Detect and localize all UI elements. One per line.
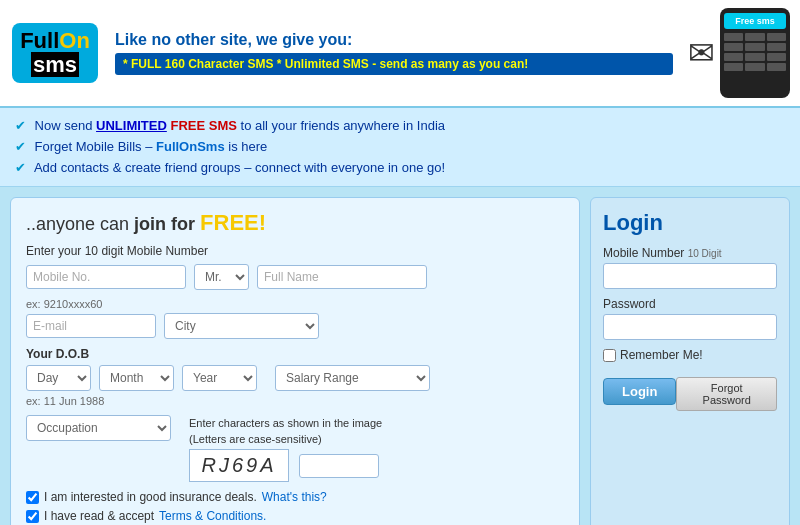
salary-section: Salary Range: [275, 365, 430, 391]
feature-1: ✔ Now send UNLIMITED FREE SMS to all you…: [15, 116, 785, 137]
forgot-password-button[interactable]: Forgot Password: [676, 377, 777, 411]
phone-key: [724, 53, 743, 61]
registration-panel: ..anyone can join for FREE! Enter your 1…: [10, 197, 580, 525]
phone-key: [724, 43, 743, 51]
remember-row: Remember Me!: [603, 348, 777, 362]
terms-checkbox[interactable]: [26, 510, 39, 523]
phone-key: [745, 43, 764, 51]
phone-key: [767, 33, 786, 41]
whats-this-link[interactable]: What's this?: [262, 490, 327, 504]
dob-section: Your D.O.B Day Month Year ex: 11 Jun 198…: [26, 347, 257, 407]
captcha-image: RJ69A: [189, 449, 289, 482]
mobile-input[interactable]: [26, 265, 186, 289]
feature-2: ✔ Forget Mobile Bills – FullOnSms is her…: [15, 137, 785, 158]
day-select[interactable]: Day: [26, 365, 91, 391]
reg-title: ..anyone can join for FREE!: [26, 210, 564, 236]
salary-select[interactable]: Salary Range: [275, 365, 430, 391]
logo-sms: sms: [31, 52, 79, 77]
email-input[interactable]: [26, 314, 156, 338]
check-icon-3: ✔: [15, 160, 26, 175]
reg-title-join: join for: [134, 214, 200, 234]
dob-selects: Day Month Year: [26, 365, 257, 391]
row-occupation-captcha: Occupation Enter characters as shown in …: [26, 415, 564, 482]
check-icon-2: ✔: [15, 139, 26, 154]
month-select[interactable]: Month: [99, 365, 174, 391]
login-password-input[interactable]: [603, 314, 777, 340]
phone-key: [724, 33, 743, 41]
phone-key: [767, 53, 786, 61]
header-center: Like no other site, we give you: * FULL …: [100, 31, 688, 75]
check-icon-1: ✔: [15, 118, 26, 133]
captcha-section: Enter characters as shown in the image (…: [189, 417, 382, 482]
insurance-label: I am interested in good insurance deals.: [44, 490, 257, 504]
reg-title-prefix: ..anyone can: [26, 214, 134, 234]
phone-key: [745, 63, 764, 71]
logo-full: Full: [20, 28, 59, 53]
phone-screen: Free sms: [724, 13, 786, 29]
login-panel: Login Mobile Number 10 Digit Password Re…: [590, 197, 790, 525]
occupation-select[interactable]: Occupation: [26, 415, 171, 441]
mobile-label: Enter your 10 digit Mobile Number: [26, 244, 564, 258]
remember-checkbox[interactable]: [603, 349, 616, 362]
mobile-number-label: Mobile Number 10 Digit: [603, 246, 777, 260]
phone-graphic: Free sms: [720, 8, 790, 98]
tagline: Like no other site, we give you:: [115, 31, 673, 49]
terms-checkbox-row: I have read & accept Terms & Conditions.: [26, 509, 564, 523]
password-label: Password: [603, 297, 777, 311]
mobile-sublabel: 10 Digit: [688, 248, 722, 259]
dob-label: Your D.O.B: [26, 347, 257, 361]
features-section: ✔ Now send UNLIMITED FREE SMS to all you…: [0, 108, 800, 187]
features-bar-text: * FULL 160 Character SMS * Unlimited SMS…: [115, 53, 673, 75]
phone-key: [724, 63, 743, 71]
captcha-sublabel: (Letters are case-sensitive): [189, 433, 382, 445]
logo-on: On: [59, 28, 90, 53]
main-content: ..anyone can join for FREE! Enter your 1…: [0, 187, 800, 525]
terms-label: I have read & accept: [44, 509, 154, 523]
insurance-checkbox-row: I am interested in good insurance deals.…: [26, 490, 564, 504]
login-button[interactable]: Login: [603, 378, 676, 405]
row-dob-salary: Your D.O.B Day Month Year ex: 11 Jun 198…: [26, 347, 564, 407]
city-select[interactable]: City: [164, 313, 319, 339]
login-title: Login: [603, 210, 777, 236]
mobile-hint: ex: 9210xxxx60: [26, 298, 564, 310]
fullname-input[interactable]: [257, 265, 427, 289]
insurance-checkbox[interactable]: [26, 491, 39, 504]
mr-select[interactable]: Mr. Mrs. Ms.: [194, 264, 249, 290]
phone-key: [767, 63, 786, 71]
envelope-icon: ✉: [688, 34, 715, 72]
login-mobile-input[interactable]: [603, 263, 777, 289]
remember-label: Remember Me!: [620, 348, 703, 362]
logo: FullOn sms: [10, 21, 100, 86]
captcha-label: Enter characters as shown in the image: [189, 417, 382, 429]
feature-3: ✔ Add contacts & create friend groups – …: [15, 158, 785, 179]
captcha-input[interactable]: [299, 454, 379, 478]
header: FullOn sms Like no other site, we give y…: [0, 0, 800, 108]
phone-key: [745, 33, 764, 41]
dob-hint: ex: 11 Jun 1988: [26, 395, 257, 407]
phone-key: [767, 43, 786, 51]
reg-title-free: FREE!: [200, 210, 266, 235]
row-email-city: City: [26, 313, 564, 339]
row-mobile-name: Mr. Mrs. Ms.: [26, 264, 564, 290]
phone-keypad: [724, 33, 786, 71]
phone-key: [745, 53, 764, 61]
terms-link[interactable]: Terms & Conditions.: [159, 509, 266, 523]
header-right: ✉ Free sms: [688, 8, 790, 98]
year-select[interactable]: Year: [182, 365, 257, 391]
